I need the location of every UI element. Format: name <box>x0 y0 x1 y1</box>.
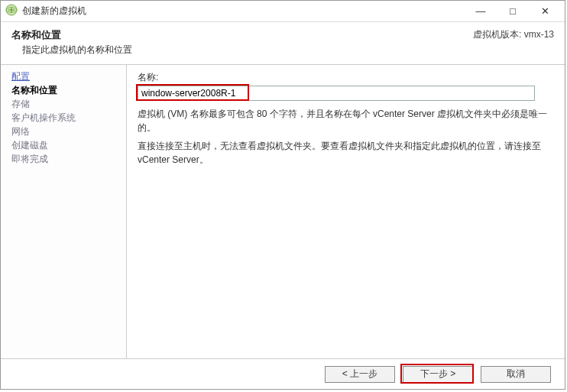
main-area: 配置 名称和位置 存储 客户机操作系统 网络 创建磁盘 即将完成 名称: 虚拟机… <box>1 64 565 358</box>
dialog-window: 创建新的虚拟机 — □ ✕ 名称和位置 指定此虚拟机的名称和位置 虚拟机版本: … <box>0 0 565 390</box>
wizard-content: 名称: 虚拟机 (VM) 名称最多可包含 80 个字符，并且名称在每个 vCen… <box>127 65 565 358</box>
sidebar-item-ready-complete: 即将完成 <box>11 152 126 166</box>
next-button[interactable]: 下一步 > <box>403 366 473 383</box>
minimize-button[interactable]: — <box>471 4 490 19</box>
vm-version-label: 虚拟机版本: vmx-13 <box>473 28 554 41</box>
title-bar: 创建新的虚拟机 — □ ✕ <box>1 1 565 22</box>
wizard-button-bar: < 上一步 下一步 > 取消 <box>1 358 565 389</box>
window-controls: — □ ✕ <box>471 4 554 19</box>
close-button[interactable]: ✕ <box>536 4 554 19</box>
back-button[interactable]: < 上一步 <box>325 366 395 383</box>
page-title: 名称和位置 <box>11 28 132 42</box>
sidebar-item-network: 网络 <box>11 125 126 138</box>
wizard-header: 名称和位置 指定此虚拟机的名称和位置 虚拟机版本: vmx-13 <box>1 22 565 64</box>
cancel-button[interactable]: 取消 <box>481 366 551 383</box>
sidebar-item-create-disk: 创建磁盘 <box>11 138 126 152</box>
wizard-steps-sidebar: 配置 名称和位置 存储 客户机操作系统 网络 创建磁盘 即将完成 <box>1 65 127 358</box>
page-subtitle: 指定此虚拟机的名称和位置 <box>22 44 132 57</box>
name-label: 名称: <box>138 71 552 84</box>
sidebar-item-config[interactable]: 配置 <box>11 70 126 83</box>
sidebar-item-name-location: 名称和位置 <box>11 83 126 97</box>
window-title: 创建新的虚拟机 <box>22 5 471 18</box>
name-hint-2: 直接连接至主机时，无法查看虚拟机文件夹。要查看虚拟机文件夹和指定此虚拟机的位置，… <box>138 139 552 167</box>
vsphere-icon <box>5 4 18 18</box>
vm-name-input[interactable] <box>138 86 535 101</box>
name-hint-1: 虚拟机 (VM) 名称最多可包含 80 个字符，并且名称在每个 vCenter … <box>138 107 552 134</box>
sidebar-item-storage: 存储 <box>11 97 126 111</box>
maximize-button[interactable]: □ <box>504 4 522 19</box>
sidebar-item-guest-os: 客户机操作系统 <box>11 111 126 125</box>
